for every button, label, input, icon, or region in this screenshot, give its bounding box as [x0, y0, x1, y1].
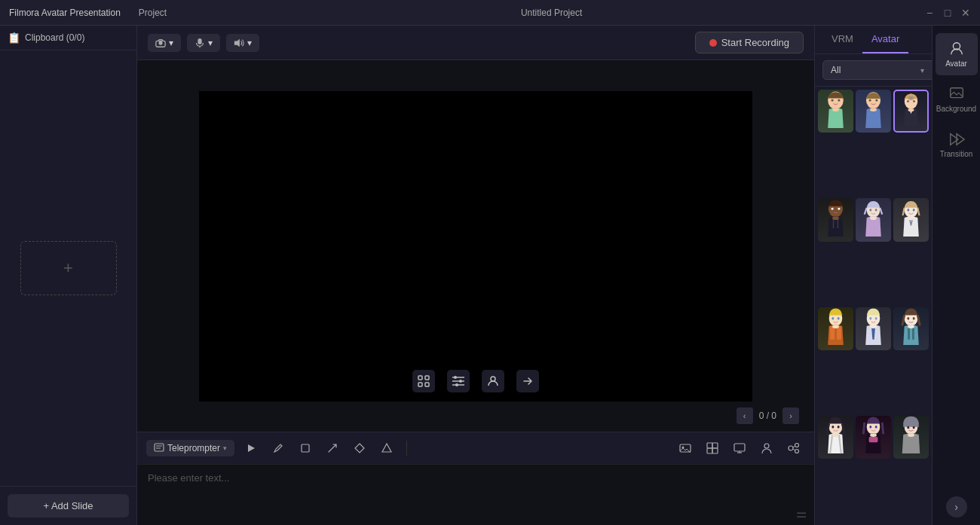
svg-point-47 — [907, 100, 909, 102]
svg-point-59 — [870, 217, 877, 220]
avatar-card-10[interactable] — [818, 416, 853, 459]
tp-diamond-button[interactable] — [349, 438, 370, 459]
avatar-card-7[interactable] — [818, 307, 853, 350]
svg-point-35 — [795, 450, 799, 453]
svg-point-74 — [913, 317, 915, 320]
volume-icon — [234, 38, 244, 48]
svg-marker-19 — [248, 444, 255, 452]
avatar-card-5[interactable] — [856, 198, 891, 241]
svg-point-34 — [795, 444, 799, 447]
sidebar-item-avatar[interactable]: Avatar — [936, 33, 978, 75]
tp-shape-button[interactable] — [376, 438, 397, 459]
tp-dropdown-arrow: ▾ — [223, 444, 227, 452]
right-content: VRM Avatar All ▾ — [815, 26, 932, 525]
tp-image-button-2[interactable] — [701, 437, 724, 459]
svg-rect-26 — [712, 443, 718, 448]
prev-page-button[interactable]: ‹ — [737, 407, 753, 424]
mic-button[interactable]: ▾ — [187, 34, 220, 52]
svg-point-87 — [913, 426, 915, 429]
volume-button[interactable]: ▾ — [226, 34, 259, 52]
maximize-button[interactable]: □ — [942, 8, 953, 18]
avatar-card-1[interactable] — [818, 90, 853, 133]
avatar-card-6[interactable] — [893, 198, 929, 241]
teleprompter-textarea-area: Please enter text... ⚌ — [137, 464, 814, 525]
align-icon[interactable] — [447, 370, 470, 392]
tp-pen-button[interactable] — [268, 438, 289, 459]
tp-rect-button[interactable] — [295, 438, 316, 459]
svg-marker-22 — [382, 444, 391, 452]
svg-point-45 — [870, 108, 877, 111]
svg-rect-6 — [425, 376, 429, 380]
teleprompter-label[interactable]: Teleprompter ▾ — [146, 440, 234, 456]
svg-rect-29 — [734, 444, 745, 451]
forward-icon[interactable] — [516, 370, 539, 392]
avatar-card-8[interactable] — [856, 307, 891, 350]
avatar-card-3[interactable] — [893, 90, 929, 133]
svg-point-39 — [831, 99, 834, 102]
side-icons-panel: Avatar Background Transition › — [932, 26, 980, 525]
record-dot — [709, 39, 717, 47]
svg-point-51 — [908, 108, 914, 111]
center-toolbar: ▾ ▾ ▾ Start Recording — [137, 26, 814, 60]
camera-button[interactable]: ▾ — [148, 34, 181, 52]
menu-project[interactable]: Project — [139, 8, 167, 18]
svg-point-43 — [869, 99, 871, 102]
svg-rect-8 — [425, 383, 429, 386]
left-sidebar: 📋 Clipboard (0/0) + + Add Slide — [0, 26, 137, 525]
close-button[interactable]: ✕ — [960, 8, 971, 18]
svg-line-37 — [793, 449, 795, 450]
avatar-card-9[interactable] — [893, 307, 929, 350]
clipboard-title: Clipboard (0/0) — [25, 32, 84, 43]
avatar-filter-select[interactable]: All — [822, 60, 932, 80]
svg-point-33 — [789, 446, 793, 450]
sidebar-item-transition[interactable]: Transition — [936, 124, 978, 166]
tp-right-tools — [674, 437, 805, 459]
background-icon-label: Background — [936, 105, 976, 113]
fit-icon[interactable] — [412, 370, 435, 392]
svg-point-77 — [831, 426, 834, 429]
svg-marker-4 — [234, 38, 240, 47]
add-slide-button[interactable]: + Add Slide — [8, 494, 129, 517]
next-page-button[interactable]: › — [782, 407, 799, 424]
tp-tools — [240, 438, 397, 459]
tp-display-button[interactable] — [728, 437, 751, 459]
teleprompter-placeholder[interactable]: Please enter text... — [148, 472, 804, 517]
text-resize-icon: ⚌ — [796, 506, 807, 520]
svg-line-36 — [793, 446, 795, 447]
minimize-button[interactable]: − — [924, 8, 935, 18]
tp-play-button[interactable] — [240, 438, 262, 459]
svg-point-86 — [907, 426, 909, 429]
avatar-filter: All ▾ — [815, 54, 932, 87]
svg-point-58 — [875, 209, 877, 212]
avatar-card-2[interactable] — [856, 90, 891, 133]
tp-arrow-button[interactable] — [322, 438, 343, 459]
add-clip-button[interactable]: + — [20, 241, 117, 295]
tp-group-button[interactable] — [782, 437, 805, 459]
window-title: Untitled Project — [179, 8, 924, 18]
tp-label-text: Teleprompter — [167, 443, 220, 453]
svg-rect-90 — [950, 88, 963, 98]
svg-point-71 — [870, 325, 877, 328]
person-icon[interactable] — [482, 370, 504, 392]
record-button[interactable]: Start Recording — [695, 32, 804, 53]
svg-point-82 — [875, 426, 877, 429]
avatar-card-4[interactable] — [818, 198, 853, 241]
tab-avatar[interactable]: Avatar — [862, 26, 908, 53]
svg-rect-83 — [869, 437, 878, 442]
svg-point-44 — [875, 99, 877, 102]
sidebar-item-background[interactable]: Background — [936, 78, 978, 121]
app-name: Filmora Avatar Presentation — [9, 8, 121, 18]
tp-person-button[interactable] — [755, 437, 778, 459]
svg-point-12 — [454, 376, 457, 379]
svg-point-70 — [875, 317, 877, 320]
avatar-card-11[interactable] — [856, 416, 891, 459]
volume-label: ▾ — [247, 38, 252, 48]
side-scroll-button[interactable]: › — [946, 496, 967, 517]
svg-point-15 — [491, 377, 495, 381]
tab-vrm[interactable]: VRM — [822, 26, 862, 53]
svg-rect-27 — [707, 448, 712, 453]
tp-image-button-1[interactable] — [674, 437, 697, 459]
svg-rect-25 — [707, 443, 712, 448]
avatar-grid — [815, 87, 932, 525]
avatar-card-12[interactable] — [893, 416, 929, 459]
